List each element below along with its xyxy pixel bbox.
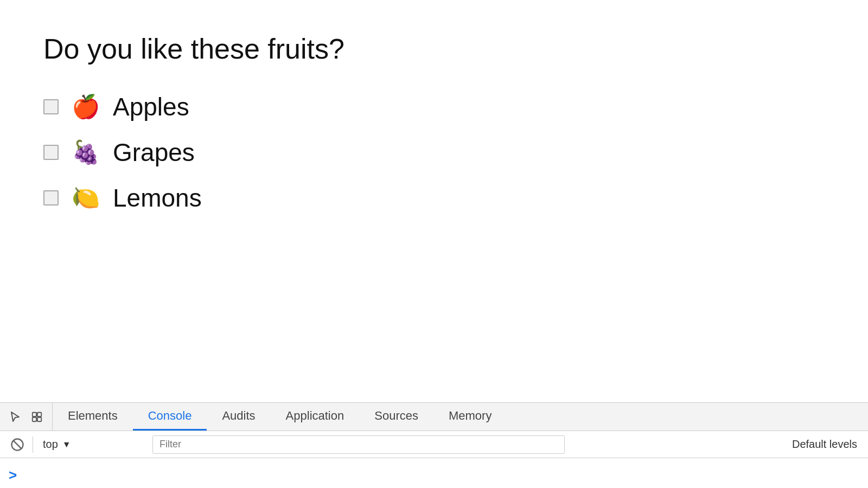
list-item: 🍎 Apples bbox=[43, 92, 825, 121]
divider bbox=[33, 436, 33, 453]
tab-application[interactable]: Application bbox=[271, 403, 360, 431]
lemons-label: Lemons bbox=[113, 183, 202, 213]
default-levels-label: Default levels bbox=[792, 438, 861, 451]
console-prompt: > bbox=[9, 467, 17, 484]
grapes-label: Grapes bbox=[113, 138, 195, 167]
apples-label: Apples bbox=[113, 92, 189, 121]
dropdown-arrow-icon: ▼ bbox=[62, 440, 71, 450]
svg-rect-2 bbox=[33, 417, 36, 421]
lemons-emoji: 🍋 bbox=[72, 187, 100, 209]
grapes-emoji: 🍇 bbox=[72, 141, 100, 164]
cursor-icon[interactable] bbox=[7, 408, 24, 426]
list-item: 🍋 Lemons bbox=[43, 183, 825, 213]
devtools-tabs: Elements Console Audits Application Sour… bbox=[53, 403, 507, 431]
console-output[interactable]: > bbox=[0, 458, 868, 488]
no-entry-icon[interactable] bbox=[7, 434, 28, 455]
inspect-icon[interactable] bbox=[28, 408, 46, 426]
svg-rect-3 bbox=[37, 417, 41, 421]
tab-elements[interactable]: Elements bbox=[53, 403, 133, 431]
devtools-icon-group bbox=[0, 403, 53, 431]
apples-emoji: 🍎 bbox=[72, 95, 100, 118]
page-title: Do you like these fruits? bbox=[43, 33, 825, 65]
tab-audits[interactable]: Audits bbox=[207, 403, 270, 431]
tab-memory[interactable]: Memory bbox=[433, 403, 507, 431]
console-toolbar: top ▼ Default levels bbox=[0, 431, 868, 458]
filter-input[interactable] bbox=[152, 435, 565, 454]
context-label: top bbox=[43, 438, 58, 451]
context-selector[interactable]: top ▼ bbox=[37, 436, 146, 453]
console-chevron-icon: > bbox=[9, 467, 17, 484]
lemons-checkbox[interactable] bbox=[43, 190, 59, 206]
svg-line-5 bbox=[13, 440, 21, 448]
svg-rect-0 bbox=[33, 412, 36, 416]
svg-rect-1 bbox=[37, 412, 41, 416]
devtools-panel: Elements Console Audits Application Sour… bbox=[0, 402, 868, 488]
list-item: 🍇 Grapes bbox=[43, 138, 825, 167]
apples-checkbox[interactable] bbox=[43, 99, 59, 114]
tab-console[interactable]: Console bbox=[133, 403, 207, 431]
page-content: Do you like these fruits? 🍎 Apples 🍇 Gra… bbox=[0, 0, 868, 402]
grapes-checkbox[interactable] bbox=[43, 145, 59, 160]
filter-input-container bbox=[152, 435, 786, 454]
fruit-list: 🍎 Apples 🍇 Grapes 🍋 Lemons bbox=[43, 92, 825, 213]
tab-sources[interactable]: Sources bbox=[359, 403, 433, 431]
devtools-toolbar: Elements Console Audits Application Sour… bbox=[0, 403, 868, 431]
